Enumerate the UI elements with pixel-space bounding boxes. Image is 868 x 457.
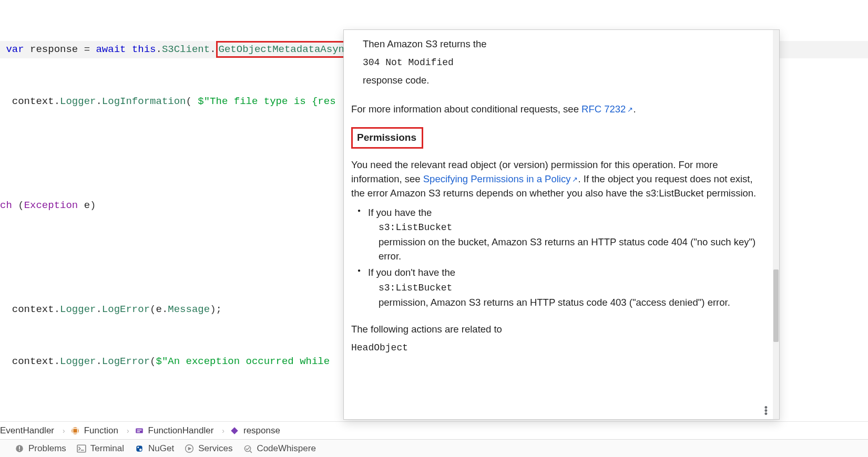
doc-paragraph: You need the relevant read object (or ve… [351, 158, 765, 200]
codewhisperer-icon [243, 444, 252, 453]
svg-point-16 [245, 445, 251, 451]
doc-text: Then Amazon S3 returns the [351, 37, 765, 51]
list-item: If you have the s3:ListBucket permission… [358, 206, 765, 264]
method-icon [135, 426, 144, 435]
svg-rect-8 [19, 450, 20, 451]
highlighted-method: GetObjectMetadataAsync [219, 44, 351, 55]
svg-rect-11 [136, 445, 142, 451]
svg-rect-10 [81, 450, 84, 451]
doc-text: The following actions are related to [351, 323, 765, 337]
doc-paragraph: For more information about conditional r… [351, 102, 765, 117]
doc-code-text: HeadObject [351, 341, 765, 355]
variable-icon [230, 426, 239, 435]
list-item: If you don't have the s3:ListBucket perm… [358, 266, 765, 310]
svg-rect-4 [137, 431, 140, 432]
svg-rect-3 [137, 429, 141, 430]
permissions-heading: Permissions [351, 127, 423, 149]
doc-heading-row: Permissions [351, 127, 765, 149]
breadcrumb: EventHandler› Function› FunctionHandler›… [0, 421, 868, 439]
popup-scrollbar[interactable] [773, 30, 779, 419]
doc-code-text: 304 Not Modified [351, 56, 765, 69]
svg-point-12 [137, 446, 139, 448]
tool-window-bar: Problems Terminal NuGet Services CodeWhi… [0, 439, 868, 457]
svg-marker-5 [231, 427, 238, 434]
tab-terminal[interactable]: Terminal [77, 443, 124, 454]
svg-rect-2 [136, 428, 143, 433]
svg-rect-9 [77, 445, 86, 452]
permissions-policy-link[interactable]: Specifying Permissions in a Policy↗ [423, 173, 578, 184]
class-icon [70, 426, 80, 435]
scrollbar-thumb[interactable] [773, 269, 779, 342]
documentation-popup[interactable]: Then Amazon S3 returns the 304 Not Modif… [343, 29, 780, 420]
documentation-content: Then Amazon S3 returns the 304 Not Modif… [344, 30, 772, 419]
crumb-response[interactable]: response [230, 425, 280, 436]
svg-line-17 [250, 451, 252, 452]
doc-bullet-list: If you have the s3:ListBucket permission… [358, 206, 765, 310]
crumb-function[interactable]: Function› [70, 425, 129, 436]
svg-rect-7 [19, 446, 20, 449]
crumb-eventhandler[interactable]: EventHandler› [0, 425, 65, 436]
svg-marker-15 [188, 446, 192, 450]
popup-more-icon[interactable]: ••• [762, 407, 770, 416]
rfc-link[interactable]: RFC 7232↗ [581, 103, 633, 115]
tab-nuget[interactable]: NuGet [135, 443, 174, 454]
tab-problems[interactable]: Problems [15, 443, 66, 454]
doc-text: response code. [351, 74, 765, 88]
svg-point-13 [139, 449, 142, 451]
crumb-functionhandler[interactable]: FunctionHandler› [135, 425, 224, 436]
problems-icon [15, 444, 24, 453]
tab-services[interactable]: Services [185, 443, 232, 454]
tab-codewhisperer[interactable]: CodeWhispere [243, 443, 315, 454]
services-icon [185, 444, 194, 453]
nuget-icon [135, 444, 144, 453]
terminal-icon [77, 444, 86, 453]
